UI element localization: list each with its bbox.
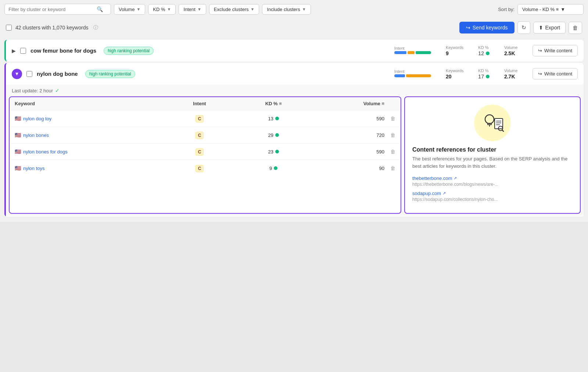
keywords-label-2: Keywords bbox=[446, 68, 463, 73]
volume-group-2: Volume 2.7K bbox=[504, 68, 518, 79]
kd-val-1: 13 bbox=[268, 116, 273, 121]
kd-row: 12 bbox=[478, 50, 490, 56]
kd-filter-btn[interactable]: KD % ▼ bbox=[148, 4, 176, 15]
cluster-1-expand-button[interactable]: ▶ bbox=[12, 48, 16, 54]
ref-link-2[interactable]: sodapup.com ↗ bbox=[412, 191, 573, 196]
td-intent-3: C bbox=[162, 149, 236, 155]
flag-icon-2: 🇺🇸 bbox=[15, 132, 21, 138]
th-keyword: Keyword bbox=[15, 101, 162, 106]
th-kd: KD % ≡ bbox=[237, 101, 311, 106]
td-kd-4: 9 bbox=[237, 166, 311, 171]
cluster-1-keywords: 9 bbox=[446, 50, 449, 56]
cluster-2-kd-value: 17 bbox=[478, 74, 484, 79]
td-intent-2: C bbox=[162, 132, 236, 138]
intent-badge-3: C bbox=[196, 148, 204, 156]
send-keywords-button[interactable]: ↪ Send keywords bbox=[459, 22, 514, 33]
td-actions-2: 🗑 bbox=[384, 132, 395, 138]
content-ref-panel: Content references for cluster The best … bbox=[404, 96, 581, 214]
volume-label: Volume bbox=[504, 45, 518, 50]
ref-link-1[interactable]: thebetterbone.com ↗ bbox=[412, 176, 573, 181]
sort-area: Sort by: Volume - KD % ≡ ▼ bbox=[498, 4, 584, 15]
last-update-bar: Last update: 2 hour ✓ bbox=[6, 85, 584, 96]
kd-dot-3 bbox=[275, 150, 279, 153]
td-actions-3: 🗑 bbox=[384, 149, 395, 155]
kd-val-3: 23 bbox=[268, 149, 273, 155]
sort-value: Volume - KD % ≡ bbox=[522, 7, 559, 12]
cluster-1-meta: Intent Keywords 9 KD % 12 bbox=[394, 45, 578, 56]
kd-group-2: KD % 17 bbox=[478, 68, 490, 79]
keyword-table: Keyword Intent KD % ≡ Volume ≡ 🇺🇸 nylon … bbox=[9, 96, 401, 214]
delete-row-4[interactable]: 🗑 bbox=[390, 165, 395, 171]
cluster-2-badge: high ranking potential bbox=[85, 70, 135, 78]
export-button[interactable]: ⬆ Export bbox=[533, 22, 566, 33]
panel-desc: The best references for your pages. Base… bbox=[412, 155, 573, 170]
td-volume-2: 720 bbox=[311, 132, 384, 138]
export-icon: ⬆ bbox=[539, 25, 543, 31]
keyword-link-1[interactable]: nylon dog toy bbox=[23, 116, 51, 121]
keyword-link-2[interactable]: nylon bones bbox=[23, 132, 49, 138]
delete-button[interactable]: 🗑 bbox=[569, 22, 582, 34]
summary-left: 42 clusters with 1,070 keywords ⓘ bbox=[6, 24, 98, 31]
keyword-link-3[interactable]: nylon bones for dogs bbox=[23, 149, 68, 155]
th-volume: Volume ≡ bbox=[311, 101, 384, 106]
td-kd-2: 29 bbox=[237, 132, 311, 138]
keywords-group: Keywords 9 bbox=[446, 45, 463, 56]
flag-icon-3: 🇺🇸 bbox=[15, 149, 21, 155]
panel-title: Content references for cluster bbox=[412, 146, 573, 153]
ref-url-1: https://thebetterbone.com/blogs/news/are… bbox=[412, 182, 567, 187]
ref-url-2: https://sodapup.com/collections/nylon-ch… bbox=[412, 197, 567, 202]
expanded-area: Last update: 2 hour ✓ Keyword Intent KD … bbox=[6, 85, 584, 217]
exclude-clusters-label: Exclude clusters bbox=[214, 7, 249, 12]
intent-filter-btn[interactable]: Intent ▼ bbox=[179, 4, 206, 15]
refresh-icon: ↻ bbox=[521, 24, 526, 31]
keyword-link-4[interactable]: nylon toys bbox=[23, 166, 45, 171]
exclude-chevron-icon: ▼ bbox=[250, 7, 254, 11]
flag-icon-4: 🇺🇸 bbox=[15, 165, 21, 171]
external-link-icon-1: ↗ bbox=[453, 176, 457, 181]
table-header: Keyword Intent KD % ≡ Volume ≡ bbox=[10, 97, 401, 110]
td-keyword-1: 🇺🇸 nylon dog toy bbox=[15, 116, 162, 121]
filter-bar: 🔍 Volume ▼ KD % ▼ Intent ▼ Exclude clust… bbox=[4, 4, 584, 15]
td-actions-1: 🗑 bbox=[384, 116, 395, 121]
td-keyword-3: 🇺🇸 nylon bones for dogs bbox=[15, 149, 162, 155]
kd-dot-1 bbox=[275, 117, 279, 120]
volume-filter-btn[interactable]: Volume ▼ bbox=[114, 4, 145, 15]
cluster-row-expanded: ▼ nylon dog bone high ranking potential … bbox=[4, 63, 584, 217]
write-label: Write content bbox=[544, 48, 572, 53]
td-intent-1: C bbox=[162, 116, 236, 121]
cluster-1-checkbox[interactable] bbox=[20, 48, 26, 54]
sort-dropdown[interactable]: Volume - KD % ≡ ▼ bbox=[517, 4, 584, 15]
search-input[interactable] bbox=[8, 7, 97, 12]
write-content-button-1[interactable]: ↪ Write content bbox=[533, 45, 578, 56]
write-content-button-2[interactable]: ↪ Write content bbox=[533, 68, 578, 79]
ref-item-2: sodapup.com ↗ https://sodapup.com/collec… bbox=[412, 191, 573, 202]
cluster-2-keywords: 20 bbox=[446, 74, 452, 79]
illustration-icon bbox=[474, 104, 511, 141]
intent-bar-2 bbox=[394, 74, 431, 77]
include-clusters-filter-btn[interactable]: Include clusters ▼ bbox=[262, 4, 311, 15]
kd-group: KD % 12 bbox=[478, 45, 490, 56]
chevron-right-icon: ▶ bbox=[12, 48, 16, 54]
search-button[interactable]: 🔍 bbox=[97, 6, 103, 12]
write-icon: ↪ bbox=[538, 48, 542, 53]
intent-group: Intent bbox=[394, 46, 431, 56]
th-intent: Intent bbox=[162, 101, 236, 106]
cluster-2-expand-button[interactable]: ▼ bbox=[12, 69, 22, 79]
kd-dot-4 bbox=[274, 166, 277, 170]
td-volume-4: 90 bbox=[311, 166, 384, 171]
exclude-clusters-filter-btn[interactable]: Exclude clusters ▼ bbox=[209, 4, 259, 15]
expanded-content: Keyword Intent KD % ≡ Volume ≡ 🇺🇸 nylon … bbox=[6, 96, 584, 217]
select-all-checkbox[interactable] bbox=[6, 25, 12, 31]
cluster-1-name: cow femur bone for dogs bbox=[31, 47, 96, 54]
cluster-row: ▶ cow femur bone for dogs high ranking p… bbox=[4, 40, 584, 61]
cluster-1-header: ▶ cow femur bone for dogs high ranking p… bbox=[6, 40, 584, 61]
intent-badge-4: C bbox=[196, 165, 204, 172]
intent-badge-1: C bbox=[196, 115, 204, 123]
delete-row-2[interactable]: 🗑 bbox=[390, 132, 395, 138]
delete-row-1[interactable]: 🗑 bbox=[390, 116, 395, 121]
intent-chevron-icon: ▼ bbox=[197, 7, 201, 11]
kd-label: KD % bbox=[478, 45, 488, 50]
refresh-button[interactable]: ↻ bbox=[517, 21, 530, 34]
delete-row-3[interactable]: 🗑 bbox=[390, 149, 395, 155]
cluster-2-checkbox[interactable] bbox=[26, 71, 32, 77]
